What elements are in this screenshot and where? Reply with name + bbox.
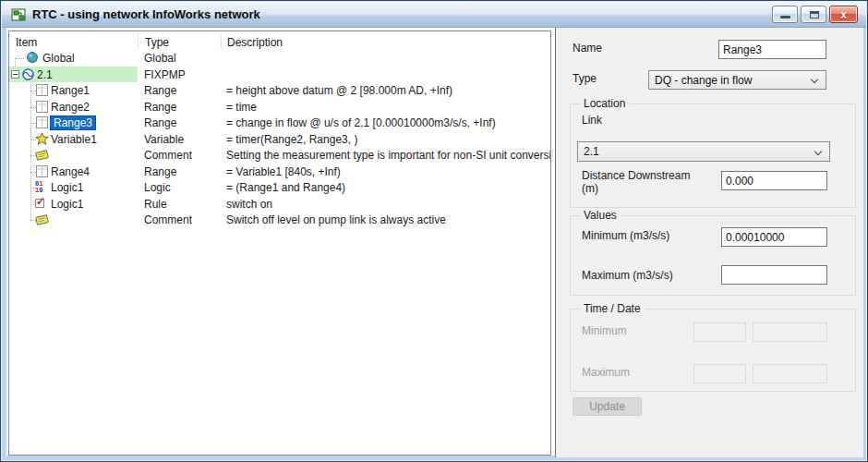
link-dropdown[interactable]: 2.1 [577, 141, 830, 162]
range-table-icon [35, 164, 49, 178]
tree-item-type: Range [144, 165, 176, 178]
variable-star-icon [35, 132, 49, 146]
location-group: Location Link 2.1 Distance Downstream (m… [570, 103, 856, 208]
chevron-down-icon [814, 148, 822, 155]
tree-item-type: Global [144, 52, 176, 65]
minimum-label: Minimum (m3/s/s) [582, 229, 669, 242]
tree-item-type: Logic [144, 181, 171, 194]
tree-item-description: = height above datum @ 2 [98.000m AD, +I… [226, 84, 452, 97]
window-title: RTC - using network InfoWorks network [32, 7, 260, 21]
time-minimum-label: Minimum [582, 324, 627, 337]
time-date-group: Time / Date Minimum Maximum [570, 309, 856, 392]
tree-item-description: = timer(Range2, Range3, ) [226, 133, 357, 146]
tree-rows: GlobalGlobal2.1FIXPMPRange1Range= height… [9, 31, 550, 455]
tree-item-type: Range [144, 116, 176, 129]
tree-row-range1[interactable]: Range1Range= height above datum @ 2 [98.… [9, 82, 550, 99]
tree-item-description: = time [226, 101, 257, 114]
rule-checkbox-icon [35, 199, 44, 208]
maximize-button[interactable] [801, 6, 826, 23]
tree-item-type: Rule [144, 198, 167, 211]
tree-item-type: Range [144, 84, 176, 97]
tree-row-logic1[interactable]: 0110Logic1Logic= (Range1 and Range4) [9, 179, 550, 196]
maximum-time-input[interactable] [693, 364, 746, 383]
tree-connector [15, 58, 24, 59]
range-table-icon [35, 116, 49, 129]
type-label: Type [573, 72, 597, 85]
tree-item-label[interactable]: Global [42, 52, 75, 65]
tree-item-type: Comment [144, 213, 192, 226]
maximize-icon [810, 11, 819, 18]
tree-row-logic1[interactable]: Logic1Ruleswitch on [9, 196, 550, 213]
name-input[interactable] [718, 40, 826, 59]
tree-item-label[interactable]: Logic1 [51, 198, 83, 211]
link-label: Link [582, 114, 602, 127]
tree-item-type: Range [144, 101, 176, 114]
minimum-date-input[interactable] [753, 322, 827, 342]
tree-item-description: = (Range1 and Range4) [226, 181, 345, 194]
tree-item-description: = Variable1 [840s, +Inf) [226, 165, 341, 178]
globe-icon [25, 51, 39, 65]
tree-item-label[interactable]: Range3 [51, 116, 95, 129]
tree-row-variable1[interactable]: Variable1Variable= timer(Range2, Range3,… [9, 131, 550, 148]
tree-item-type: Comment [144, 149, 192, 162]
tree-item-label[interactable]: Variable1 [51, 133, 97, 146]
type-dropdown[interactable]: DQ - change in flow [648, 70, 826, 90]
link-dropdown-value: 2.1 [584, 145, 599, 158]
values-group-title: Values [580, 209, 621, 222]
tree-item-label[interactable]: Range2 [51, 101, 90, 114]
titlebar[interactable]: RTC - using network InfoWorks network x [2, 2, 866, 28]
tree-item-description: Setting the measurement type is importan… [226, 149, 551, 162]
rtc-network-icon [11, 7, 26, 22]
tree-item-description: switch on [226, 198, 272, 211]
maximum-label: Maximum (m3/s/s) [582, 269, 673, 282]
minimum-value-input[interactable] [721, 227, 827, 247]
time-date-group-title: Time / Date [580, 302, 645, 315]
properties-panel: Name Type DQ - change in flow Location L… [555, 28, 863, 457]
tree-item-label[interactable]: Range4 [51, 165, 90, 178]
name-label: Name [573, 42, 602, 55]
tree-item-type: Variable [144, 133, 184, 146]
range-table-icon [35, 100, 49, 114]
values-group: Values Minimum (m3/s/s) Maximum (m3/s/s) [570, 215, 856, 296]
type-dropdown-value: DQ - change in flow [655, 74, 752, 87]
comment-note-icon [35, 213, 49, 226]
minimize-button[interactable] [772, 6, 798, 23]
tree-item-type: FIXPMP [144, 68, 186, 81]
range-table-icon [35, 83, 49, 97]
location-group-title: Location [580, 97, 629, 110]
collapse-expander-icon[interactable] [11, 70, 19, 79]
tree-row-comment-6[interactable]: CommentSetting the measurement type is i… [9, 147, 550, 164]
distance-downstream-label: Distance Downstream [582, 169, 690, 182]
rtc-window: RTC - using network InfoWorks network x … [0, 0, 868, 462]
distance-downstream-unit-label: (m) [582, 182, 598, 195]
tree-item-description: Switch off level on pump link is always … [226, 213, 446, 226]
tree-row-range2[interactable]: Range2Range= time [9, 99, 550, 116]
window-controls: x [772, 6, 858, 23]
tree-item-label[interactable]: 2.1 [37, 68, 53, 81]
rtc-tree-panel: Item Type Description GlobalGlobal2.1FIX… [8, 30, 551, 456]
close-icon: x [830, 6, 857, 22]
tree-row-range3[interactable]: Range3Range= change in flow @ u/s of 2.1… [9, 115, 550, 131]
pump-icon [21, 67, 35, 81]
chevron-down-icon [811, 76, 818, 83]
maximum-date-input[interactable] [753, 364, 827, 383]
logic-binary-icon: 0110 [35, 181, 42, 193]
comment-note-icon [35, 148, 49, 162]
minimum-time-input[interactable] [693, 322, 746, 342]
client-area: Item Type Description GlobalGlobal2.1FIX… [6, 28, 862, 456]
tree-row-comment-10[interactable]: CommentSwitch off level on pump link is … [9, 212, 550, 228]
close-button[interactable]: x [829, 6, 858, 23]
tree-row-global[interactable]: GlobalGlobal [9, 50, 550, 67]
tree-item-label[interactable]: Range1 [51, 84, 90, 97]
maximum-value-input[interactable] [721, 265, 827, 285]
tree-row-range4[interactable]: Range4Range= Variable1 [840s, +Inf) [9, 164, 550, 180]
tree-row-2.1[interactable]: 2.1FIXPMP [9, 67, 550, 83]
time-maximum-label: Maximum [582, 366, 630, 379]
distance-downstream-input[interactable] [721, 171, 827, 190]
tree-item-label[interactable]: Logic1 [51, 181, 83, 194]
minimize-icon [780, 16, 790, 18]
update-button[interactable]: Update [573, 397, 642, 416]
tree-item-description: = change in flow @ u/s of 2.1 [0.0001000… [226, 116, 496, 129]
